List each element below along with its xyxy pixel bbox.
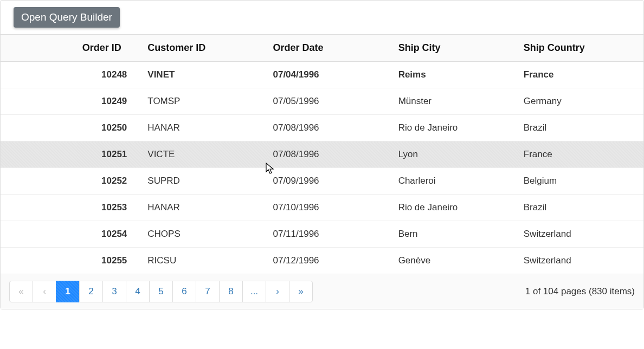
cell-order-id: 10250 (77, 115, 143, 141)
cell-ship-country: Germany (518, 88, 643, 115)
pager: «‹12345678...›» (9, 281, 313, 302)
pager-prev-button[interactable]: ‹ (33, 281, 56, 302)
pager-page-2[interactable]: 2 (79, 281, 103, 302)
cell-order-id: 10255 (77, 248, 143, 274)
cell-order-id: 10248 (77, 62, 143, 88)
pager-ellipsis[interactable]: ... (242, 281, 266, 302)
cell-order-id: 10253 (77, 195, 143, 221)
pager-summary: 1 of 104 pages (830 items) (525, 286, 635, 297)
row-spacer (1, 141, 77, 168)
row-spacer (1, 195, 77, 221)
cell-customer-id: RICSU (142, 248, 267, 274)
row-spacer (1, 248, 77, 274)
grid-header-row: Order ID Customer ID Order Date Ship Cit… (1, 35, 643, 62)
cell-ship-city: Genève (393, 248, 518, 274)
table-row[interactable]: 10253HANAR07/10/1996Rio de JaneiroBrazil (1, 195, 643, 221)
cell-ship-city: Münster (393, 88, 518, 115)
cell-ship-city: Rio de Janeiro (393, 115, 518, 141)
cell-order-date: 07/12/1996 (267, 248, 392, 274)
table-row[interactable]: 10250HANAR07/08/1996Rio de JaneiroBrazil (1, 115, 643, 141)
pager-page-4[interactable]: 4 (126, 281, 150, 302)
table-row[interactable]: 10249TOMSP07/05/1996MünsterGermany (1, 88, 643, 115)
row-spacer (1, 62, 77, 88)
cell-customer-id: SUPRD (142, 168, 267, 195)
pager-first-button[interactable]: « (9, 281, 33, 302)
cell-order-id: 10249 (77, 88, 143, 115)
pager-page-3[interactable]: 3 (102, 281, 126, 302)
row-spacer (1, 115, 77, 141)
cell-ship-city: Bern (393, 221, 518, 248)
pager-page-8[interactable]: 8 (219, 281, 243, 302)
col-customer-id[interactable]: Customer ID (142, 35, 267, 62)
pager-next-button[interactable]: › (266, 281, 289, 302)
row-spacer (1, 168, 77, 195)
table-row[interactable]: 10255RICSU07/12/1996GenèveSwitzerland (1, 248, 643, 274)
cell-ship-city: Reims (393, 62, 518, 88)
cell-order-date: 07/08/1996 (267, 115, 392, 141)
grid-header-spacer (1, 35, 77, 62)
col-order-id[interactable]: Order ID (77, 35, 143, 62)
cell-ship-country: Belgium (518, 168, 643, 195)
col-order-date[interactable]: Order Date (267, 35, 392, 62)
table-row[interactable]: 10251VICTE07/08/1996LyonFrance (1, 141, 643, 168)
cell-ship-country: Switzerland (518, 221, 643, 248)
cell-ship-city: Rio de Janeiro (393, 195, 518, 221)
pager-last-button[interactable]: » (289, 281, 313, 302)
orders-grid: Order ID Customer ID Order Date Ship Cit… (1, 34, 643, 274)
row-spacer (1, 221, 77, 248)
row-spacer (1, 88, 77, 115)
cell-order-date: 07/10/1996 (267, 195, 392, 221)
cell-order-date: 07/04/1996 (267, 62, 392, 88)
cell-customer-id: HANAR (142, 195, 267, 221)
cell-ship-country: France (518, 62, 643, 88)
cell-ship-country: Brazil (518, 195, 643, 221)
pager-page-5[interactable]: 5 (149, 281, 173, 302)
toolbar: Open Query Builder (1, 1, 643, 34)
cell-order-date: 07/11/1996 (267, 221, 392, 248)
col-ship-city[interactable]: Ship City (393, 35, 518, 62)
cell-ship-country: France (518, 141, 643, 168)
cell-order-date: 07/08/1996 (267, 141, 392, 168)
cell-customer-id: TOMSP (142, 88, 267, 115)
cell-order-id: 10251 (77, 141, 143, 168)
cell-order-date: 07/05/1996 (267, 88, 392, 115)
cell-ship-city: Charleroi (393, 168, 518, 195)
cell-ship-country: Switzerland (518, 248, 643, 274)
cell-order-id: 10254 (77, 221, 143, 248)
cell-ship-city: Lyon (393, 141, 518, 168)
pager-page-7[interactable]: 7 (196, 281, 220, 302)
col-ship-country[interactable]: Ship Country (518, 35, 643, 62)
cell-customer-id: VINET (142, 62, 267, 88)
table-row[interactable]: 10248VINET07/04/1996ReimsFrance (1, 62, 643, 88)
grid-panel: Open Query Builder Order ID Customer ID … (0, 0, 644, 309)
pager-page-1[interactable]: 1 (56, 281, 80, 302)
table-row[interactable]: 10254CHOPS07/11/1996BernSwitzerland (1, 221, 643, 248)
cell-order-date: 07/09/1996 (267, 168, 392, 195)
table-row[interactable]: 10252SUPRD07/09/1996CharleroiBelgium (1, 168, 643, 195)
cell-order-id: 10252 (77, 168, 143, 195)
cell-customer-id: CHOPS (142, 221, 267, 248)
cell-customer-id: VICTE (142, 141, 267, 168)
cell-ship-country: Brazil (518, 115, 643, 141)
grid-footer: «‹12345678...›» 1 of 104 pages (830 item… (1, 274, 643, 309)
open-query-builder-button[interactable]: Open Query Builder (14, 7, 120, 28)
cell-customer-id: HANAR (142, 115, 267, 141)
pager-page-6[interactable]: 6 (172, 281, 196, 302)
